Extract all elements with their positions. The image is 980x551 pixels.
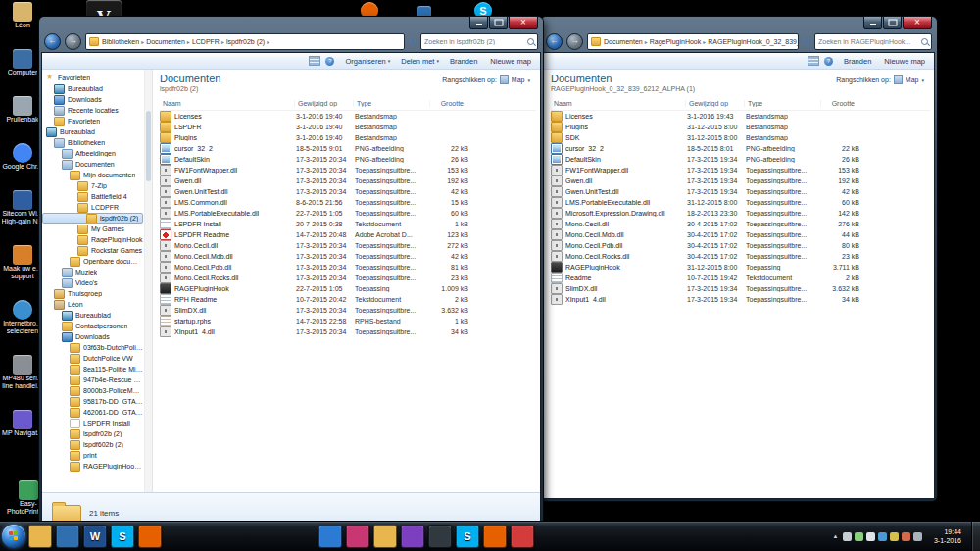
file-row[interactable]: Licenses 3-1-2016 19:40 Bestandsmap [160,111,536,122]
titlebar[interactable] [541,17,937,30]
tree-item[interactable]: Mijn documenten [42,170,143,180]
chevron-right-icon[interactable]: ▸ [221,38,224,45]
file-row[interactable]: Plugins 31-12-2015 8:00 Bestandsmap [551,122,930,132]
tree-item[interactable]: Bureaublad [42,310,143,321]
chevron-right-icon[interactable]: ▸ [267,38,270,45]
taskbar-app-icon[interactable] [511,525,534,548]
show-desktop-button[interactable] [971,522,980,551]
maximize-button[interactable] [883,16,902,29]
file-row[interactable]: DefaultSkin 17-3-2015 20:34 PNG-afbeeldi… [160,154,536,165]
arrange-by[interactable]: Rangschikken op: Map ▾ [836,75,924,84]
file-row[interactable]: Gwen.UnitTest.dll 17-3-2015 20:34 Toepas… [160,186,536,197]
tree-item[interactable]: lspdf602b (2) [42,439,143,450]
tray-icon[interactable] [866,532,875,541]
file-row[interactable]: DefaultSkin 17-3-2015 19:34 PNG-afbeeldi… [551,154,930,165]
command-bar-item[interactable]: Nieuwe map [490,57,533,66]
file-row[interactable]: RAGEPluginHook 22-7-2015 1:05 Toepassing… [160,283,536,294]
back-button[interactable]: ← [44,33,61,50]
breadcrumb-item[interactable]: Bibliotheken [102,38,139,45]
file-row[interactable]: FW1FontWrapper.dll 17-3-2015 20:34 Toepa… [160,165,536,175]
arrange-by[interactable]: Rangschikken op: Map ▾ [442,75,530,84]
column-header[interactable]: Gewijzigd op [294,100,353,107]
maximize-button[interactable] [489,16,508,29]
breadcrumb-item[interactable]: RAGEPluginHook_0_32_839_6212_ALPHA (1) [708,38,799,45]
chevron-right-icon[interactable]: ▸ [141,38,144,45]
breadcrumb-item[interactable]: lspdfr02b (2) [226,38,265,45]
change-view-icon[interactable] [309,56,320,66]
taskbar-app-icon[interactable]: W [83,525,107,548]
file-row[interactable]: LSPDFR Install 20-7-2015 0:38 Tekstdocum… [160,219,536,229]
close-button[interactable] [903,16,932,29]
search-box[interactable] [814,33,932,50]
file-row[interactable]: Gwen.dll 17-3-2015 19:34 Toepassingsuitb… [551,175,930,186]
navigation-scrollbar[interactable] [144,70,153,492]
tree-item[interactable]: LSPDFR Install [42,418,143,428]
file-row[interactable]: XInput1_4.dll 17-3-2015 20:34 Toepassing… [160,326,536,337]
file-row[interactable]: XInput1_4.dll 17-3-2015 19:34 Toepassing… [551,294,930,305]
tree-item[interactable]: Bureaublad [42,83,143,94]
tray-icon[interactable] [890,532,899,541]
help-icon[interactable]: ? [325,57,334,66]
tree-item[interactable]: Rockstar Games [42,245,143,256]
taskbar-app-icon[interactable] [318,525,342,548]
tree-item[interactable]: Muziek [42,267,143,277]
breadcrumb-item[interactable]: LCDPFR [192,38,220,45]
file-row[interactable]: Mono.Cecil.Mdb.dll 30-4-2015 17:02 Toepa… [551,229,930,240]
file-row[interactable]: Plugins 3-1-2016 19:40 Bestandsmap [160,132,536,143]
search-box[interactable] [420,33,538,50]
column-header[interactable]: Gewijzigd op [685,100,744,107]
forward-button[interactable]: → [566,33,583,50]
tree-item[interactable]: Thuisgroep [42,288,143,299]
file-row[interactable]: LMS.PortableExecutable.dll 22-7-2015 1:0… [160,208,536,219]
file-row[interactable]: Licenses 3-1-2016 19:43 Bestandsmap [551,111,930,122]
tree-item[interactable]: Léon [42,299,143,310]
column-header[interactable]: Grootte [820,100,858,107]
tree-item[interactable]: 03f63b-DutchPolice... [42,342,143,353]
column-header[interactable]: Type [744,100,820,107]
minimize-button[interactable] [863,16,882,29]
command-bar-item[interactable]: Organiseren ▾ [345,57,390,66]
tray-icon[interactable] [878,532,887,541]
file-row[interactable]: LSPDFR 3-1-2016 19:40 Bestandsmap [160,122,536,132]
tree-item[interactable]: Video's [42,277,143,288]
command-bar-item[interactable]: Branden [450,57,479,66]
file-row[interactable]: SlimDX.dll 17-3-2015 20:34 Toepassingsui… [160,305,536,316]
command-bar-item[interactable]: Branden [844,57,873,66]
file-row[interactable]: Mono.Cecil.Pdb.dll 17-3-2015 20:34 Toepa… [160,262,536,273]
breadcrumb-item[interactable]: RagePluginHook [650,38,702,45]
file-row[interactable]: Mono.Cecil.Rocks.dll 17-3-2015 20:34 Toe… [160,273,536,283]
tray-icon[interactable] [843,532,852,541]
tree-item[interactable]: DutchPolice VW [42,353,143,364]
tree-item[interactable]: Documenten [42,159,143,170]
column-header[interactable]: Naam [551,100,685,107]
command-bar-item[interactable]: Nieuwe map [884,57,927,66]
file-row[interactable]: SDK 31-12-2015 8:00 Bestandsmap [551,132,930,143]
breadcrumb[interactable]: Bibliotheken ▸ Documenten ▸ LCDPFR ▸ [85,33,405,50]
search-input[interactable] [424,38,525,45]
file-row[interactable]: cursor_32_2 18-5-2015 8:01 PNG-afbeeldin… [551,143,930,154]
taskbar-app-icon[interactable] [28,525,52,548]
file-row[interactable]: LSPDFR Readme 14-7-2015 20:48 Adobe Acro… [160,229,536,240]
search-input[interactable] [818,38,919,45]
tray-icon[interactable]: ▲ [831,532,840,541]
taskbar-app-icon[interactable]: S [456,525,479,548]
file-row[interactable]: Gwen.UnitTest.dll 17-3-2015 19:34 Toepas… [551,186,930,197]
tree-item[interactable]: Battlefield 4 [42,191,143,202]
tray-icon[interactable] [855,532,863,541]
file-row[interactable]: Mono.Cecil.dll 17-3-2015 20:34 Toepassin… [160,240,536,251]
chevron-right-icon[interactable]: ▸ [645,38,648,45]
tree-item[interactable]: RAGEPluginHook_... [42,461,143,472]
tree-item[interactable]: 95817b-DD_GTA5_... [42,396,143,407]
refresh-icon[interactable]: ↻ [409,36,416,46]
back-button[interactable]: ← [546,33,563,50]
column-header[interactable]: Type [353,100,429,107]
taskbar-app-icon[interactable] [483,525,507,548]
file-row[interactable]: Gwen.dll 17-3-2015 20:34 Toepassingsuitb… [160,175,536,186]
help-icon[interactable]: ? [824,57,833,66]
tree-item[interactable]: Downloads [42,331,143,342]
change-view-icon[interactable] [808,56,819,66]
taskbar-app-icon[interactable] [346,525,369,548]
file-row[interactable]: RPH Readme 10-7-2015 20:42 Tekstdocument… [160,294,536,305]
tray-icon[interactable] [902,532,910,541]
taskbar-app-icon[interactable] [138,525,162,548]
